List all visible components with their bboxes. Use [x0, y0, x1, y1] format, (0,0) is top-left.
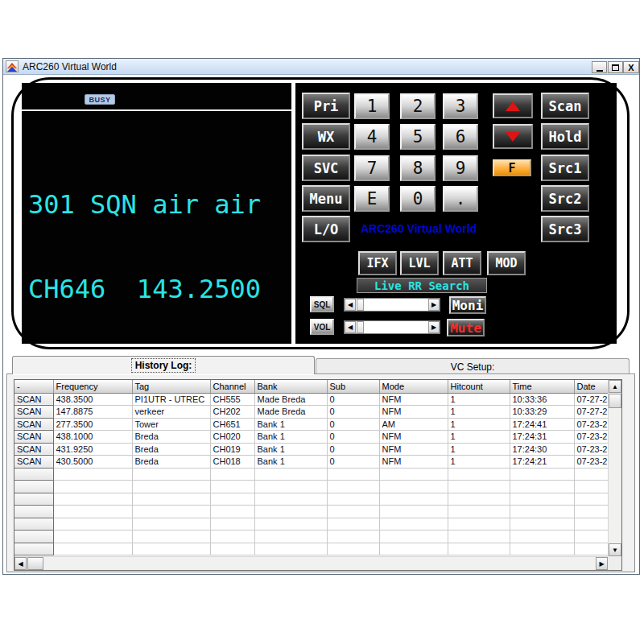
moni-button[interactable]: Moni	[449, 296, 486, 314]
data-cell: 10:33:29	[510, 406, 574, 419]
history-table: -FrequencyTagChannelBankSubModeHitcountT…	[14, 380, 621, 555]
scan-button[interactable]: Scan	[541, 93, 589, 119]
wx-button[interactable]: WX	[302, 123, 350, 150]
data-cell	[210, 530, 254, 543]
digit-5-button[interactable]: 5	[400, 124, 436, 150]
channel-down-button[interactable]	[493, 124, 533, 149]
table-row[interactable]: SCAN438.3500PI1UTR - UTRECCH555Made Bred…	[14, 393, 621, 406]
minimize-button[interactable]	[592, 61, 607, 73]
live-rr-search-button[interactable]: Live RR Search	[357, 278, 487, 293]
column-header: Channel	[210, 380, 254, 393]
volume-slider-thumb[interactable]	[357, 321, 364, 333]
lvl-button[interactable]: LVL	[400, 251, 439, 275]
sql-button[interactable]: SQL	[310, 296, 334, 312]
function-button[interactable]: F	[493, 159, 531, 176]
table-row[interactable]	[14, 481, 621, 493]
src2-button[interactable]: Src2	[541, 185, 589, 212]
maximize-button[interactable]	[608, 61, 623, 73]
tab-vc-setup[interactable]: VC Setup:	[316, 358, 630, 374]
table-row[interactable]	[14, 468, 621, 481]
volume-right-arrow-icon[interactable]: ▶	[428, 321, 440, 333]
data-cell	[254, 506, 327, 518]
pri-button[interactable]: Pri	[302, 93, 350, 119]
digit-8-button[interactable]: 8	[400, 155, 436, 181]
table-row[interactable]: SCAN431.9250BredaCH019Bank 10NFM117:24:3…	[14, 443, 621, 456]
data-cell: 1	[448, 431, 510, 444]
ifx-button[interactable]: IFX	[358, 251, 397, 275]
table-row[interactable]	[14, 506, 621, 518]
scroll-down-icon[interactable]: ▼	[609, 543, 621, 556]
digit-9-button[interactable]: 9	[443, 155, 478, 181]
app-icon[interactable]	[6, 60, 19, 72]
table-row[interactable]: SCAN147.8875verkeerCH202Made Breda0NFM11…	[14, 406, 621, 419]
vertical-scroll-thumb[interactable]	[609, 394, 621, 408]
svc-button[interactable]: SVC	[302, 155, 350, 181]
att-button[interactable]: ATT	[443, 251, 481, 275]
history-table-body: SCAN438.3500PI1UTR - UTRECCH555Made Bred…	[14, 393, 621, 555]
data-cell	[327, 481, 379, 493]
horizontal-scrollbar[interactable]: ◀ ▶	[14, 556, 608, 570]
data-cell	[210, 518, 254, 530]
mod-button[interactable]: MOD	[487, 251, 526, 275]
close-button[interactable]: X	[623, 61, 639, 73]
squelch-right-arrow-icon[interactable]: ▶	[428, 299, 440, 311]
squelch-left-arrow-icon[interactable]: ◀	[345, 299, 356, 311]
data-cell: 17:24:31	[510, 431, 574, 444]
digit-3-button[interactable]: 3	[443, 93, 478, 119]
src3-button[interactable]: Src3	[541, 216, 589, 242]
data-cell: 17:24:21	[510, 456, 574, 469]
title-bar[interactable]: ARC260 Virtual World X	[3, 59, 639, 75]
decimal-button[interactable]: .	[443, 186, 478, 212]
digit-7-button[interactable]: 7	[354, 155, 390, 181]
data-cell: 438.3500	[53, 393, 132, 406]
mute-button[interactable]: Mute	[447, 319, 485, 336]
table-row[interactable]	[14, 518, 621, 530]
squelch-slider[interactable]: ◀ ▶	[344, 298, 440, 312]
data-cell	[448, 481, 510, 493]
digit-4-button[interactable]: 4	[354, 124, 390, 150]
data-cell	[510, 543, 574, 555]
tab-history-log[interactable]: History Log:	[12, 356, 315, 374]
data-cell: 430.5000	[53, 456, 132, 469]
data-cell	[379, 493, 448, 506]
table-row[interactable]: SCAN438.1000BredaCH020Bank 10NFM117:24:3…	[14, 431, 621, 444]
menu-button[interactable]: Menu	[302, 185, 350, 212]
horizontal-scroll-thumb[interactable]	[27, 557, 43, 570]
data-cell: Breda	[132, 431, 210, 444]
table-row[interactable]	[14, 493, 621, 506]
table-row[interactable]	[14, 530, 621, 543]
data-cell	[254, 530, 327, 543]
hold-button[interactable]: Hold	[541, 123, 589, 150]
maximize-icon	[612, 64, 619, 71]
digit-2-button[interactable]: 2	[400, 93, 436, 119]
data-cell: NFM	[379, 406, 448, 419]
digit-1-button[interactable]: 1	[354, 93, 390, 119]
client-area: BUSY 301 SQN air air CH646 143.2500 AM B…	[3, 75, 639, 574]
digit-6-button[interactable]: 6	[443, 124, 478, 150]
table-row[interactable]: SCAN277.3500TowerCH651Bank 10AM117:24:41…	[14, 418, 621, 431]
data-cell: CH202	[210, 406, 254, 419]
src1-button[interactable]: Src1	[541, 155, 589, 181]
volume-left-arrow-icon[interactable]: ◀	[345, 321, 356, 333]
enter-button[interactable]: E	[354, 186, 390, 212]
lockout-button[interactable]: L/O	[302, 216, 350, 242]
vol-button[interactable]: VOL	[310, 319, 334, 335]
scroll-up-icon[interactable]: ▲	[609, 380, 621, 393]
scroll-right-icon[interactable]: ▶	[596, 557, 608, 570]
channel-up-button[interactable]	[493, 93, 533, 118]
data-cell: 0	[327, 443, 379, 456]
squelch-slider-thumb[interactable]	[357, 299, 364, 311]
vertical-scrollbar[interactable]: ▲ ▼	[608, 380, 621, 556]
table-row[interactable]: SCAN430.5000BredaCH018Bank 10NFM117:24:2…	[14, 456, 621, 469]
scroll-left-icon[interactable]: ◀	[14, 557, 27, 570]
data-cell	[210, 481, 254, 493]
data-cell	[132, 530, 210, 543]
volume-slider[interactable]: ◀ ▶	[344, 320, 440, 334]
digit-0-button[interactable]: 0	[400, 186, 436, 212]
data-cell	[53, 518, 132, 530]
table-row[interactable]	[14, 543, 621, 555]
row-header-cell	[14, 543, 53, 555]
data-cell: Bank 1	[254, 431, 327, 444]
row-header-cell: SCAN	[14, 456, 53, 469]
data-cell: Made Breda	[254, 406, 327, 419]
